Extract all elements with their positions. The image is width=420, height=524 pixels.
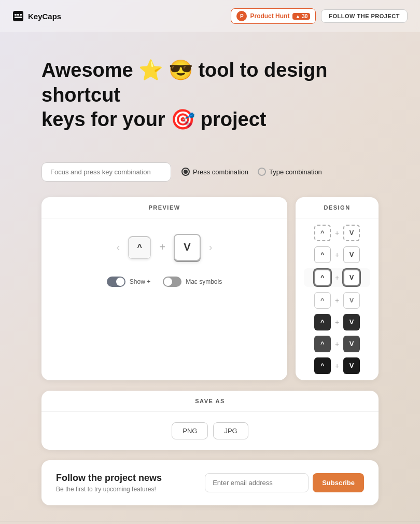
design-row-4[interactable]: ^ + V — [304, 292, 370, 309]
save-as-content: PNG JPG — [41, 412, 379, 450]
jpg-button[interactable]: JPG — [213, 422, 248, 439]
design-key2-row3: V — [343, 269, 360, 286]
save-as-header: SAVE AS — [41, 391, 379, 412]
design-key2-row4: V — [343, 292, 360, 309]
panels-row: PREVIEW ‹ ^ + V › Show + Mac symbols — [0, 197, 420, 380]
toggle-show-plus: Show + — [107, 277, 150, 287]
design-key2-row1: V — [343, 225, 360, 241]
footer: hi@kcaps.app — [0, 521, 420, 525]
design-key1-row3: ^ — [314, 269, 331, 286]
design-key2-row2: V — [343, 246, 360, 263]
design-plus-row4: + — [335, 296, 339, 305]
design-key1-row5: ^ — [314, 314, 331, 330]
design-row-6[interactable]: ^ + V — [304, 336, 370, 352]
key-combination-input[interactable] — [41, 162, 171, 182]
newsletter-section: Follow the project news Be the first to … — [41, 460, 379, 505]
svg-rect-0 — [13, 11, 23, 21]
subscribe-button[interactable]: Subscribe — [313, 473, 364, 492]
radio-type-label: Type combination — [269, 168, 322, 176]
svg-rect-1 — [15, 14, 17, 16]
design-plus-row2: + — [335, 251, 339, 259]
svg-rect-2 — [17, 14, 19, 16]
radio-type-circle — [258, 168, 266, 176]
newsletter-subtitle: Be the first to try upcoming features! — [56, 486, 162, 493]
design-key1-row2: ^ — [314, 246, 331, 263]
radio-press-circle — [181, 168, 190, 176]
design-panel: DESIGN ^ + V ^ + V ^ + V ^ — [296, 197, 379, 380]
design-plus-row3: + — [335, 273, 339, 282]
newsletter-title: Follow the project news — [56, 473, 162, 484]
product-hunt-count: ▲ 30 — [292, 13, 310, 20]
prev-arrow[interactable]: ‹ — [116, 241, 120, 253]
follow-project-button[interactable]: FOLLOW THE PROJECT — [321, 9, 408, 23]
radio-type-combination[interactable]: Type combination — [258, 168, 322, 176]
toggle-mac-symbols: Mac symbols — [163, 277, 222, 287]
design-key2-row6: V — [343, 336, 360, 352]
toggle-mac-symbols-switch[interactable] — [163, 277, 181, 287]
png-button[interactable]: PNG — [172, 422, 208, 439]
hero-title: Awesome ⭐ 😎 tool to design shortcutkeys … — [41, 58, 379, 132]
design-key2-row5: V — [343, 314, 360, 330]
product-hunt-badge[interactable]: P Product Hunt ▲ 30 — [231, 8, 316, 24]
hero-section: Awesome ⭐ 😎 tool to design shortcutkeys … — [0, 32, 420, 162]
design-row-1[interactable]: ^ + V — [304, 225, 370, 241]
input-row: Press combination Type combination — [0, 162, 420, 182]
toggles-row: Show + Mac symbols — [107, 277, 222, 287]
design-row-2[interactable]: ^ + V — [304, 246, 370, 263]
product-hunt-label: Product Hunt — [250, 12, 289, 20]
radio-press-label: Press combination — [193, 168, 248, 176]
save-as-panel: SAVE AS PNG JPG — [41, 391, 379, 450]
key-cap-v: V — [174, 234, 201, 261]
design-key2-row7: V — [343, 357, 360, 374]
key-cap-ctrl: ^ — [128, 236, 151, 259]
logo: KeyCaps — [12, 10, 61, 22]
toggle-show-plus-switch[interactable] — [107, 277, 125, 287]
preview-panel-header: PREVIEW — [41, 197, 287, 218]
header-right: P Product Hunt ▲ 30 FOLLOW THE PROJECT — [231, 8, 408, 24]
design-key1-row7: ^ — [314, 357, 331, 374]
toggle-show-plus-label: Show + — [130, 278, 150, 285]
design-plus-row7: + — [335, 362, 339, 370]
design-key1-row4: ^ — [314, 292, 331, 309]
toggle-mac-symbols-label: Mac symbols — [186, 278, 222, 285]
email-input[interactable] — [205, 473, 309, 492]
svg-rect-4 — [15, 17, 22, 18]
ph-icon: P — [236, 11, 247, 21]
radio-press-combination[interactable]: Press combination — [181, 168, 248, 176]
header: KeyCaps P Product Hunt ▲ 30 FOLLOW THE P… — [0, 0, 420, 32]
keycaps-logo-icon — [12, 10, 24, 22]
design-row-3[interactable]: ^ + V — [304, 268, 370, 287]
design-plus-row1: + — [335, 229, 339, 237]
newsletter-text: Follow the project news Be the first to … — [56, 473, 162, 493]
plus-symbol: + — [159, 241, 165, 253]
newsletter-form: Subscribe — [205, 473, 364, 492]
design-row-7[interactable]: ^ + V — [304, 357, 370, 374]
key-display: ‹ ^ + V › — [52, 234, 277, 261]
app-name: KeyCaps — [28, 12, 61, 21]
preview-panel: PREVIEW ‹ ^ + V › Show + Mac symbols — [41, 197, 287, 380]
radio-group: Press combination Type combination — [181, 168, 322, 176]
design-plus-row5: + — [335, 318, 339, 326]
design-key1-row6: ^ — [314, 336, 331, 352]
design-content: ^ + V ^ + V ^ + V ^ + V — [296, 218, 379, 380]
design-panel-header: DESIGN — [296, 197, 379, 218]
design-plus-row6: + — [335, 340, 339, 348]
design-row-5[interactable]: ^ + V — [304, 314, 370, 330]
preview-content: ‹ ^ + V › Show + Mac symbols — [41, 218, 287, 297]
next-arrow[interactable]: › — [209, 241, 213, 253]
svg-rect-3 — [20, 14, 22, 16]
design-key1-row1: ^ — [314, 225, 331, 241]
